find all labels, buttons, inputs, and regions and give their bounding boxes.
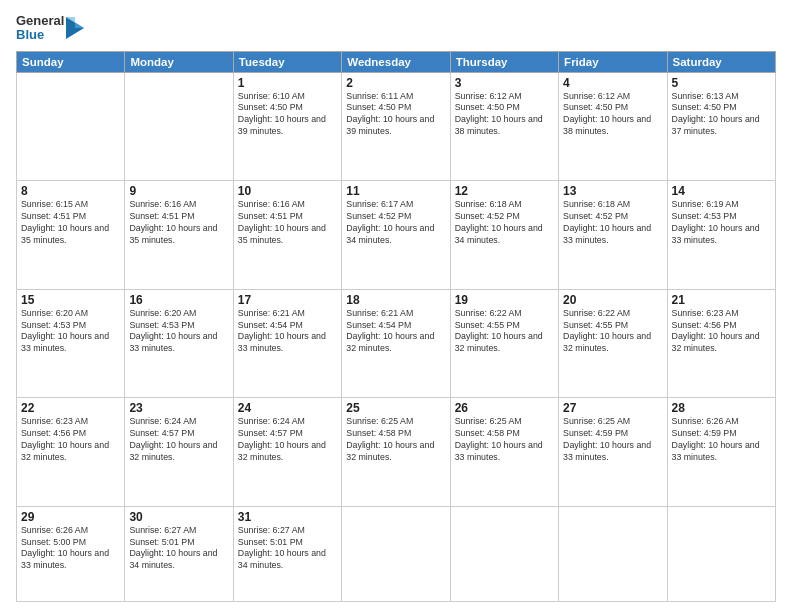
calendar-table: SundayMondayTuesdayWednesdayThursdayFrid…	[16, 51, 776, 602]
day-info: Sunrise: 6:12 AM Sunset: 4:50 PM Dayligh…	[563, 91, 662, 139]
weekday-header-wednesday: Wednesday	[342, 51, 450, 72]
day-info: Sunrise: 6:24 AM Sunset: 4:57 PM Dayligh…	[238, 416, 337, 464]
weekday-header-monday: Monday	[125, 51, 233, 72]
day-number: 29	[21, 510, 120, 524]
day-info: Sunrise: 6:23 AM Sunset: 4:56 PM Dayligh…	[21, 416, 120, 464]
calendar-cell: 11Sunrise: 6:17 AM Sunset: 4:52 PM Dayli…	[342, 181, 450, 290]
calendar-cell: 4Sunrise: 6:12 AM Sunset: 4:50 PM Daylig…	[559, 72, 667, 181]
day-number: 26	[455, 401, 554, 415]
day-number: 10	[238, 184, 337, 198]
day-info: Sunrise: 6:20 AM Sunset: 4:53 PM Dayligh…	[21, 308, 120, 356]
day-number: 13	[563, 184, 662, 198]
logo-blue: Blue	[16, 28, 64, 42]
day-number: 14	[672, 184, 771, 198]
header: General Blue	[16, 14, 776, 43]
day-info: Sunrise: 6:26 AM Sunset: 4:59 PM Dayligh…	[672, 416, 771, 464]
day-number: 1	[238, 76, 337, 90]
day-number: 9	[129, 184, 228, 198]
calendar-cell: 29Sunrise: 6:26 AM Sunset: 5:00 PM Dayli…	[17, 506, 125, 601]
day-info: Sunrise: 6:10 AM Sunset: 4:50 PM Dayligh…	[238, 91, 337, 139]
day-info: Sunrise: 6:12 AM Sunset: 4:50 PM Dayligh…	[455, 91, 554, 139]
day-number: 24	[238, 401, 337, 415]
weekday-header-thursday: Thursday	[450, 51, 558, 72]
calendar-week-5: 29Sunrise: 6:26 AM Sunset: 5:00 PM Dayli…	[17, 506, 776, 601]
logo-arrow-icon	[66, 17, 84, 39]
calendar-cell: 15Sunrise: 6:20 AM Sunset: 4:53 PM Dayli…	[17, 289, 125, 398]
day-number: 11	[346, 184, 445, 198]
day-number: 12	[455, 184, 554, 198]
day-number: 8	[21, 184, 120, 198]
day-info: Sunrise: 6:25 AM Sunset: 4:58 PM Dayligh…	[455, 416, 554, 464]
day-number: 18	[346, 293, 445, 307]
calendar-cell: 5Sunrise: 6:13 AM Sunset: 4:50 PM Daylig…	[667, 72, 775, 181]
weekday-header-row: SundayMondayTuesdayWednesdayThursdayFrid…	[17, 51, 776, 72]
day-number: 20	[563, 293, 662, 307]
day-number: 28	[672, 401, 771, 415]
calendar-cell: 16Sunrise: 6:20 AM Sunset: 4:53 PM Dayli…	[125, 289, 233, 398]
weekday-header-tuesday: Tuesday	[233, 51, 341, 72]
calendar-cell: 20Sunrise: 6:22 AM Sunset: 4:55 PM Dayli…	[559, 289, 667, 398]
day-info: Sunrise: 6:20 AM Sunset: 4:53 PM Dayligh…	[129, 308, 228, 356]
calendar-cell: 27Sunrise: 6:25 AM Sunset: 4:59 PM Dayli…	[559, 398, 667, 507]
day-number: 5	[672, 76, 771, 90]
calendar-cell: 8Sunrise: 6:15 AM Sunset: 4:51 PM Daylig…	[17, 181, 125, 290]
calendar-cell	[125, 72, 233, 181]
weekday-header-sunday: Sunday	[17, 51, 125, 72]
day-info: Sunrise: 6:22 AM Sunset: 4:55 PM Dayligh…	[563, 308, 662, 356]
day-number: 27	[563, 401, 662, 415]
calendar-cell: 3Sunrise: 6:12 AM Sunset: 4:50 PM Daylig…	[450, 72, 558, 181]
day-number: 19	[455, 293, 554, 307]
weekday-header-saturday: Saturday	[667, 51, 775, 72]
calendar-cell	[667, 506, 775, 601]
calendar-cell: 12Sunrise: 6:18 AM Sunset: 4:52 PM Dayli…	[450, 181, 558, 290]
calendar-week-3: 15Sunrise: 6:20 AM Sunset: 4:53 PM Dayli…	[17, 289, 776, 398]
calendar-cell: 30Sunrise: 6:27 AM Sunset: 5:01 PM Dayli…	[125, 506, 233, 601]
day-info: Sunrise: 6:25 AM Sunset: 4:58 PM Dayligh…	[346, 416, 445, 464]
calendar-cell	[559, 506, 667, 601]
day-info: Sunrise: 6:16 AM Sunset: 4:51 PM Dayligh…	[129, 199, 228, 247]
calendar-cell: 2Sunrise: 6:11 AM Sunset: 4:50 PM Daylig…	[342, 72, 450, 181]
calendar-cell: 10Sunrise: 6:16 AM Sunset: 4:51 PM Dayli…	[233, 181, 341, 290]
day-number: 22	[21, 401, 120, 415]
calendar-cell: 1Sunrise: 6:10 AM Sunset: 4:50 PM Daylig…	[233, 72, 341, 181]
day-info: Sunrise: 6:16 AM Sunset: 4:51 PM Dayligh…	[238, 199, 337, 247]
day-info: Sunrise: 6:11 AM Sunset: 4:50 PM Dayligh…	[346, 91, 445, 139]
calendar-week-2: 8Sunrise: 6:15 AM Sunset: 4:51 PM Daylig…	[17, 181, 776, 290]
calendar-week-1: 1Sunrise: 6:10 AM Sunset: 4:50 PM Daylig…	[17, 72, 776, 181]
day-info: Sunrise: 6:27 AM Sunset: 5:01 PM Dayligh…	[238, 525, 337, 573]
day-info: Sunrise: 6:13 AM Sunset: 4:50 PM Dayligh…	[672, 91, 771, 139]
logo-container: General Blue	[16, 14, 84, 43]
day-number: 16	[129, 293, 228, 307]
day-info: Sunrise: 6:19 AM Sunset: 4:53 PM Dayligh…	[672, 199, 771, 247]
day-info: Sunrise: 6:18 AM Sunset: 4:52 PM Dayligh…	[455, 199, 554, 247]
calendar-cell: 14Sunrise: 6:19 AM Sunset: 4:53 PM Dayli…	[667, 181, 775, 290]
day-number: 3	[455, 76, 554, 90]
day-number: 30	[129, 510, 228, 524]
weekday-header-friday: Friday	[559, 51, 667, 72]
day-info: Sunrise: 6:18 AM Sunset: 4:52 PM Dayligh…	[563, 199, 662, 247]
calendar-cell: 28Sunrise: 6:26 AM Sunset: 4:59 PM Dayli…	[667, 398, 775, 507]
day-number: 23	[129, 401, 228, 415]
logo-general: General	[16, 14, 64, 28]
day-info: Sunrise: 6:25 AM Sunset: 4:59 PM Dayligh…	[563, 416, 662, 464]
calendar-cell: 19Sunrise: 6:22 AM Sunset: 4:55 PM Dayli…	[450, 289, 558, 398]
day-info: Sunrise: 6:21 AM Sunset: 4:54 PM Dayligh…	[346, 308, 445, 356]
day-number: 2	[346, 76, 445, 90]
calendar-cell: 21Sunrise: 6:23 AM Sunset: 4:56 PM Dayli…	[667, 289, 775, 398]
calendar-cell: 24Sunrise: 6:24 AM Sunset: 4:57 PM Dayli…	[233, 398, 341, 507]
day-number: 17	[238, 293, 337, 307]
day-number: 21	[672, 293, 771, 307]
day-info: Sunrise: 6:21 AM Sunset: 4:54 PM Dayligh…	[238, 308, 337, 356]
calendar-cell: 31Sunrise: 6:27 AM Sunset: 5:01 PM Dayli…	[233, 506, 341, 601]
calendar-cell: 23Sunrise: 6:24 AM Sunset: 4:57 PM Dayli…	[125, 398, 233, 507]
day-info: Sunrise: 6:15 AM Sunset: 4:51 PM Dayligh…	[21, 199, 120, 247]
day-info: Sunrise: 6:22 AM Sunset: 4:55 PM Dayligh…	[455, 308, 554, 356]
calendar-cell	[342, 506, 450, 601]
calendar-week-4: 22Sunrise: 6:23 AM Sunset: 4:56 PM Dayli…	[17, 398, 776, 507]
calendar-cell: 18Sunrise: 6:21 AM Sunset: 4:54 PM Dayli…	[342, 289, 450, 398]
calendar-cell	[450, 506, 558, 601]
calendar-cell: 17Sunrise: 6:21 AM Sunset: 4:54 PM Dayli…	[233, 289, 341, 398]
calendar-cell: 26Sunrise: 6:25 AM Sunset: 4:58 PM Dayli…	[450, 398, 558, 507]
calendar-cell: 22Sunrise: 6:23 AM Sunset: 4:56 PM Dayli…	[17, 398, 125, 507]
day-number: 31	[238, 510, 337, 524]
